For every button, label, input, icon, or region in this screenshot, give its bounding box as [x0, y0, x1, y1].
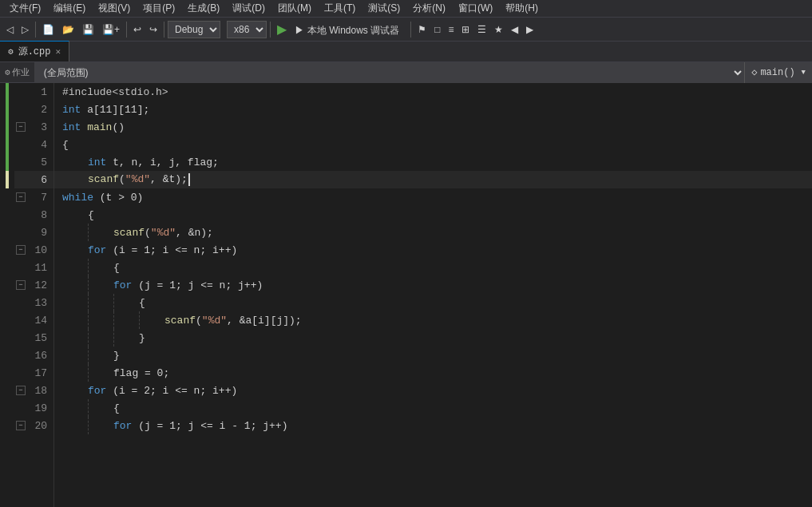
yellow-indicator — [6, 171, 9, 188]
collapse-button[interactable]: − — [16, 245, 26, 255]
code-token: } — [139, 332, 145, 344]
line-number: 2 — [14, 101, 53, 118]
code-token: "%d" — [125, 173, 150, 185]
code-line: for (j = 1; j <= i - 1; j++) — [54, 417, 812, 434]
code-tokens: for (j = 1; j <= n; j++) — [113, 279, 263, 291]
collapse-button[interactable]: − — [16, 122, 26, 132]
code-line: while (t > 0) — [54, 188, 812, 206]
code-token: (t > 0) — [93, 192, 143, 204]
margin-row — [0, 188, 14, 206]
toolbar-btn-extra6[interactable]: ★ — [491, 21, 506, 38]
code-tokens: scanf("%d", &n); — [113, 227, 213, 239]
code-tokens: } — [113, 350, 120, 362]
code-token: , &t); — [150, 173, 188, 185]
scope-dropdown[interactable]: (全局范围) — [34, 62, 746, 83]
line-number: −12 — [14, 276, 53, 294]
collapse-button[interactable]: − — [16, 192, 26, 202]
code-token: { — [113, 402, 120, 414]
menu-item[interactable]: 团队(M) — [271, 0, 318, 17]
code-token: } — [113, 350, 120, 362]
chevron-down-icon: ▼ — [802, 69, 806, 77]
code-tokens: for (i = 2; i <= n; i++) — [88, 385, 237, 397]
line-number: 19 — [14, 399, 53, 417]
toolbar-btn-extra5[interactable]: ☰ — [474, 21, 489, 38]
toolbar-btn-extra8[interactable]: ▶ — [523, 21, 537, 38]
margin-row — [0, 399, 14, 417]
line-number: 5 — [14, 153, 53, 171]
margin-row — [0, 276, 14, 294]
toolbar-open-btn[interactable]: 📂 — [59, 21, 77, 38]
nav-bar: ⚙ 作业 (全局范围) ◇ main() ▼ — [0, 62, 812, 83]
margin-row — [0, 171, 14, 188]
toolbar-forward-btn[interactable]: ▷ — [18, 21, 32, 38]
toolbar-redo-btn[interactable]: ↪ — [146, 21, 160, 38]
menu-item[interactable]: 窗口(W) — [452, 0, 499, 17]
line-number: −18 — [14, 382, 53, 399]
code-token: "%d" — [151, 227, 176, 239]
menu-item[interactable]: 工具(T) — [318, 0, 362, 17]
line-number: 14 — [14, 311, 53, 329]
toolbar-back-btn[interactable]: ◁ — [3, 21, 17, 38]
green-indicator — [6, 136, 9, 153]
code-line: } — [54, 329, 812, 347]
toolbar-undo-btn[interactable]: ↩ — [130, 21, 145, 38]
code-line: for (i = 1; i <= n; i++) — [54, 241, 812, 259]
margin-row — [0, 101, 14, 118]
func-icon: ◇ — [751, 66, 757, 78]
code-token: int — [62, 104, 87, 116]
code-token: ( — [196, 315, 202, 327]
indent-guide — [113, 311, 139, 329]
indent-guide — [88, 311, 113, 329]
toolbar-save-all-btn[interactable]: 💾+ — [99, 21, 123, 38]
menu-item[interactable]: 文件(F) — [3, 0, 47, 17]
code-tokens: { — [62, 139, 69, 151]
menu-bar: 文件(F)编辑(E)视图(V)项目(P)生成(B)调试(D)团队(M)工具(T)… — [0, 0, 812, 18]
line-number: 16 — [14, 347, 53, 364]
indent-guide — [62, 241, 88, 259]
menu-item[interactable]: 视图(V) — [92, 0, 137, 17]
menu-item[interactable]: 调试(D) — [226, 0, 271, 17]
platform-dropdown[interactable]: x86 — [227, 21, 267, 38]
collapse-button[interactable]: − — [16, 280, 26, 290]
code-line: for (j = 1; j <= n; j++) — [54, 276, 812, 294]
code-token: { — [88, 209, 94, 221]
function-dropdown[interactable]: ◇ main() ▼ — [745, 62, 812, 83]
code-tokens: } — [139, 332, 145, 344]
code-tokens: { — [88, 209, 94, 221]
toolbar-btn-extra1[interactable]: ⚑ — [414, 21, 430, 38]
toolbar-btn-extra7[interactable]: ◀ — [508, 21, 521, 38]
tab-source-cpp[interactable]: ⚙ 源.cpp ✕ — [0, 41, 69, 61]
collapse-button[interactable]: − — [16, 386, 26, 395]
green-indicator — [6, 83, 9, 101]
code-tokens: int main() — [62, 121, 125, 133]
debug-config-dropdown[interactable]: Debug — [168, 21, 220, 38]
menu-item[interactable]: 测试(S) — [362, 0, 406, 17]
line-number: 4 — [14, 136, 53, 153]
code-token: int — [88, 156, 113, 168]
line-number: 15 — [14, 329, 53, 347]
code-token: a[11][11]; — [87, 104, 149, 116]
toolbar-save-btn[interactable]: 💾 — [79, 21, 97, 38]
code-token: #include<stdio.h> — [62, 86, 168, 98]
toolbar-btn-extra3[interactable]: ≡ — [445, 21, 457, 38]
menu-item[interactable]: 帮助(H) — [499, 0, 545, 17]
indent-guide — [62, 224, 88, 241]
tab-close-button[interactable]: ✕ — [55, 46, 61, 57]
code-area[interactable]: #include<stdio.h>int a[11][11];int main(… — [54, 83, 812, 507]
indent-guide — [88, 399, 113, 417]
toolbar-btn-extra4[interactable]: ⊞ — [458, 21, 473, 38]
menu-item[interactable]: 分析(N) — [406, 0, 452, 17]
menu-item[interactable]: 生成(B) — [181, 0, 226, 17]
toolbar-btn-extra2[interactable]: □ — [431, 21, 443, 38]
menu-item[interactable]: 项目(P) — [137, 0, 181, 17]
collapse-button[interactable]: − — [16, 421, 26, 430]
indent-guide — [62, 276, 88, 294]
code-token: for — [113, 279, 132, 291]
menu-item[interactable]: 编辑(E) — [47, 0, 92, 17]
toolbar-new-btn[interactable]: 📄 — [39, 21, 57, 38]
green-indicator — [6, 118, 9, 136]
indent-guide — [62, 347, 88, 364]
code-token: for — [113, 420, 132, 432]
code-token: t, n, i, j, flag; — [113, 156, 219, 168]
run-debugger-button[interactable]: ▶ ▶ 本地 Windows 调试器 — [274, 22, 407, 38]
